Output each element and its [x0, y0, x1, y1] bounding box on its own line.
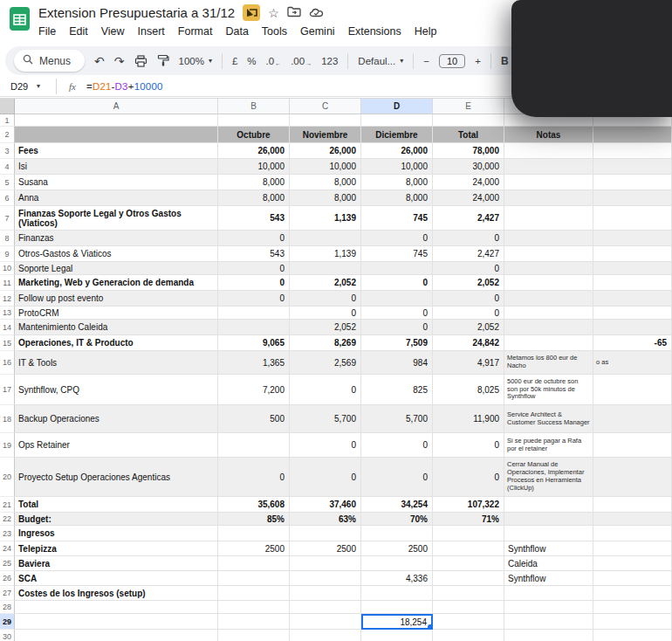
cell-C14[interactable]: 2,052: [290, 320, 361, 335]
cell-A20[interactable]: Proyecto Setup Operaciones Agenticas: [15, 458, 218, 497]
cell-D8[interactable]: 0: [361, 231, 433, 246]
cell-B19[interactable]: [218, 433, 290, 458]
cell-G13[interactable]: [593, 307, 672, 320]
row-header-1[interactable]: 1: [0, 114, 15, 127]
cell-G20[interactable]: [593, 458, 672, 497]
cell-C25[interactable]: [290, 556, 361, 571]
cell-E28[interactable]: [433, 601, 504, 614]
menu-item-gemini[interactable]: Gemini: [300, 25, 335, 38]
cell-A21[interactable]: Total: [15, 497, 218, 513]
cell-D5[interactable]: 8,000: [361, 175, 433, 190]
cell-B26[interactable]: [218, 571, 290, 586]
row-header-10[interactable]: 10: [0, 262, 15, 275]
cell-A15[interactable]: Operaciones, IT & Producto: [15, 335, 218, 351]
cell-F6[interactable]: [504, 190, 593, 206]
cell-C20[interactable]: 0: [290, 458, 361, 497]
cell-B1[interactable]: [218, 114, 290, 127]
cell-A6[interactable]: Anna: [15, 190, 218, 206]
cell-A28[interactable]: [15, 601, 218, 614]
cell-E3[interactable]: 78,000: [433, 143, 504, 159]
print-button[interactable]: [134, 55, 147, 67]
cell-D29[interactable]: 18,254: [361, 614, 433, 630]
cell-B24[interactable]: 2500: [218, 541, 290, 556]
cell-A8[interactable]: Finanzas: [15, 231, 218, 246]
cell-E20[interactable]: 0: [433, 458, 504, 497]
row-header-6[interactable]: 6: [0, 190, 15, 206]
cell-G15[interactable]: -65: [593, 335, 672, 351]
row-header-18[interactable]: 18: [0, 405, 15, 433]
cell-F2[interactable]: Notas: [504, 127, 593, 143]
cell-G6[interactable]: [593, 190, 672, 206]
cell-E26[interactable]: [433, 571, 504, 586]
menu-item-file[interactable]: File: [38, 25, 56, 38]
cell-C6[interactable]: 8,000: [290, 190, 361, 206]
menu-item-data[interactable]: Data: [225, 25, 248, 38]
cell-A14[interactable]: Mantenimiento Caleida: [15, 320, 218, 335]
row-header-20[interactable]: 20: [0, 458, 15, 497]
cell-C17[interactable]: 0: [290, 375, 361, 405]
bold-button[interactable]: B: [501, 55, 509, 67]
cell-B28[interactable]: [218, 601, 290, 614]
cell-B16[interactable]: 1,365: [218, 351, 290, 375]
cell-E23[interactable]: [433, 526, 504, 541]
cell-G26[interactable]: [593, 571, 672, 586]
cell-C9[interactable]: 1,139: [290, 246, 361, 262]
cell-G18[interactable]: [593, 405, 672, 433]
cell-F24[interactable]: Synthflow: [504, 541, 593, 556]
cell-G14[interactable]: [593, 320, 672, 335]
cell-G7[interactable]: [593, 206, 672, 231]
row-header-11[interactable]: 11: [0, 275, 15, 291]
cell-A24[interactable]: Telepizza: [15, 541, 218, 556]
cell-D20[interactable]: 0: [361, 458, 433, 497]
cell-F23[interactable]: [504, 526, 593, 541]
cell-B9[interactable]: 543: [218, 246, 290, 262]
cell-D21[interactable]: 34,254: [361, 497, 433, 513]
cell-C2[interactable]: Noviembre: [290, 127, 361, 143]
cell-C16[interactable]: 2,569: [290, 351, 361, 375]
cell-D11[interactable]: 0: [361, 275, 433, 291]
cell-E16[interactable]: 4,917: [433, 351, 504, 375]
cell-A22[interactable]: Budget:: [15, 513, 218, 526]
cell-A1[interactable]: [15, 114, 218, 127]
cell-C22[interactable]: 63%: [290, 513, 361, 526]
row-header-26[interactable]: 26: [0, 571, 15, 586]
cell-E25[interactable]: [433, 556, 504, 571]
more-formats-button[interactable]: 123: [321, 56, 338, 66]
cell-E24[interactable]: [433, 541, 504, 556]
cell-G12[interactable]: [593, 291, 672, 307]
cell-A7[interactable]: Finanzas Soporte Legal y Otros Gastos (V…: [15, 206, 218, 231]
cell-A26[interactable]: SCA: [15, 571, 218, 586]
cell-E17[interactable]: 8,025: [433, 375, 504, 405]
cell-B21[interactable]: 35,608: [218, 497, 290, 513]
cell-F12[interactable]: [504, 291, 593, 307]
cell-D25[interactable]: [361, 556, 433, 571]
cell-F30[interactable]: [504, 630, 593, 641]
cell-C23[interactable]: [290, 526, 361, 541]
menu-item-edit[interactable]: Edit: [69, 25, 88, 38]
cell-F22[interactable]: [504, 513, 593, 526]
cell-C13[interactable]: 0: [290, 307, 361, 320]
cell-F16[interactable]: Metamos los 800 eur de Nacho: [504, 351, 593, 375]
cell-F28[interactable]: [504, 601, 593, 614]
cell-B20[interactable]: 0: [218, 458, 290, 497]
paint-format-icon[interactable]: [157, 54, 169, 67]
cell-A30[interactable]: [15, 630, 218, 641]
cell-E21[interactable]: 107,322: [433, 497, 504, 513]
cell-B15[interactable]: 9,065: [218, 335, 290, 351]
cell-E13[interactable]: 0: [433, 307, 504, 320]
cell-G3[interactable]: [593, 143, 672, 159]
document-title[interactable]: Extension Presupuestaria a 31/12: [38, 5, 235, 20]
menu-item-view[interactable]: View: [101, 25, 125, 38]
cell-E12[interactable]: 0: [433, 291, 504, 307]
cell-A19[interactable]: Ops Retainer: [15, 433, 218, 458]
cell-A23[interactable]: Ingresos: [15, 526, 218, 541]
cell-B11[interactable]: 0: [218, 275, 290, 291]
row-header-2[interactable]: 2: [0, 127, 15, 143]
cell-C26[interactable]: [290, 571, 361, 586]
font-select[interactable]: Defaul...▾: [358, 56, 403, 66]
cell-E8[interactable]: 0: [433, 231, 504, 246]
cell-C21[interactable]: 37,460: [290, 497, 361, 513]
cell-G10[interactable]: [593, 262, 672, 275]
cell-B5[interactable]: 8,000: [218, 175, 290, 190]
cell-C1[interactable]: [290, 114, 361, 127]
